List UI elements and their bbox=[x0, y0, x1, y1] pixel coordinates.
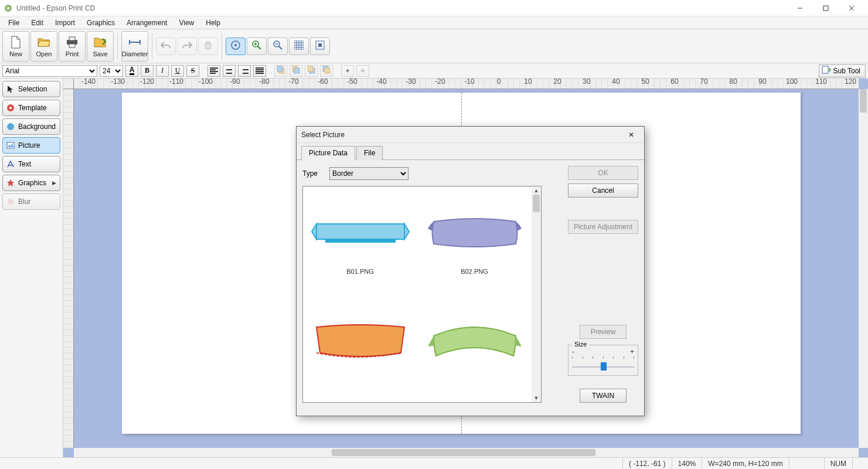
svg-point-37 bbox=[8, 199, 13, 205]
send-back-button[interactable] bbox=[320, 65, 333, 77]
menu-edit[interactable]: Edit bbox=[26, 18, 48, 28]
grid-button[interactable] bbox=[289, 38, 309, 55]
align-right-icon bbox=[240, 67, 249, 74]
ruler-corner bbox=[63, 79, 74, 89]
status-dimensions: W=240 mm, H=120 mm bbox=[702, 458, 788, 469]
vertical-scrollbar[interactable] bbox=[859, 89, 868, 448]
undo-button[interactable] bbox=[156, 38, 176, 55]
maximize-button[interactable] bbox=[813, 0, 839, 16]
tab-picture-data[interactable]: Picture Data bbox=[301, 146, 355, 160]
background-icon bbox=[6, 123, 15, 131]
bring-forward-button[interactable] bbox=[290, 65, 302, 77]
tool-blur[interactable]: Blur bbox=[2, 193, 60, 210]
menu-bar: File Edit Import Graphics Arrangement Vi… bbox=[0, 16, 868, 29]
font-color-button[interactable]: A bbox=[125, 65, 138, 77]
tool-background[interactable]: Background bbox=[2, 118, 60, 135]
status-empty bbox=[4, 458, 622, 469]
horizontal-scrollbar[interactable] bbox=[74, 448, 859, 457]
app-icon bbox=[4, 4, 13, 13]
menu-graphics[interactable]: Graphics bbox=[82, 18, 120, 28]
delete-button[interactable] bbox=[198, 38, 218, 55]
thumbnail-item[interactable] bbox=[417, 304, 532, 397]
delete-icon bbox=[203, 40, 213, 52]
font-select[interactable]: Arial bbox=[2, 65, 97, 77]
diameter-button[interactable]: Diameter bbox=[121, 31, 148, 62]
thumbnail-item[interactable] bbox=[303, 304, 417, 397]
menu-view[interactable]: View bbox=[174, 18, 199, 28]
thumbnail-scrollbar[interactable]: ▲ ▼ bbox=[532, 186, 541, 402]
dialog-titlebar[interactable]: Select Picture ✕ bbox=[297, 127, 644, 143]
thumbnail-item[interactable]: B01.PNG bbox=[303, 186, 417, 304]
thumbnail-list: B01.PNG B02.PNG bbox=[302, 186, 542, 403]
tool-graphics[interactable]: Graphics▶ bbox=[2, 175, 60, 191]
thumbnail-caption: B01.PNG bbox=[346, 268, 373, 275]
scroll-up-icon: ▲ bbox=[532, 186, 541, 195]
menu-help[interactable]: Help bbox=[201, 18, 225, 28]
menu-import[interactable]: Import bbox=[50, 18, 80, 28]
font-size-select[interactable]: 24 bbox=[100, 65, 123, 77]
scroll-thumb[interactable] bbox=[533, 195, 540, 212]
center-h-button[interactable]: ✦ bbox=[341, 65, 354, 77]
type-select[interactable]: Border bbox=[329, 167, 409, 180]
strike-button[interactable]: S bbox=[186, 65, 199, 77]
size-slider[interactable] bbox=[572, 360, 634, 371]
bring-front-button[interactable] bbox=[274, 65, 287, 77]
align-center-icon bbox=[225, 67, 233, 74]
tool-selection[interactable]: Selection bbox=[2, 81, 60, 97]
picture-icon bbox=[6, 141, 15, 149]
grid-icon bbox=[294, 40, 304, 52]
save-button[interactable]: Save bbox=[87, 31, 114, 62]
picture-adjustment-button[interactable]: Picture Adjustment bbox=[568, 220, 638, 234]
svg-line-16 bbox=[258, 46, 261, 49]
zoom-in-button[interactable] bbox=[247, 38, 267, 55]
zoom-out-button[interactable] bbox=[268, 38, 288, 55]
center-v-button[interactable]: ✧ bbox=[356, 65, 369, 77]
subtool-button[interactable]: Sub Tool bbox=[819, 64, 866, 77]
minimize-button[interactable] bbox=[787, 0, 813, 16]
svg-point-14 bbox=[234, 44, 237, 46]
graphics-icon bbox=[6, 179, 15, 187]
bold-button[interactable]: B bbox=[141, 65, 154, 77]
menu-arrangement[interactable]: Arrangement bbox=[122, 18, 172, 28]
ok-button[interactable]: OK bbox=[568, 166, 638, 180]
tool-picture[interactable]: Picture bbox=[2, 137, 60, 154]
svg-rect-36 bbox=[7, 142, 14, 148]
open-button[interactable]: Open bbox=[30, 31, 57, 62]
redo-button[interactable] bbox=[177, 38, 197, 55]
print-button[interactable]: Print bbox=[59, 31, 86, 62]
preview-button[interactable]: Preview bbox=[580, 325, 627, 339]
zoom-fit-button[interactable] bbox=[226, 38, 246, 55]
printer-icon bbox=[65, 35, 79, 49]
svg-rect-32 bbox=[822, 66, 828, 73]
chevron-right-icon: ▶ bbox=[52, 180, 56, 186]
align-right-button[interactable] bbox=[238, 65, 251, 77]
svg-rect-27 bbox=[294, 68, 299, 73]
send-backward-button[interactable] bbox=[305, 65, 318, 77]
svg-rect-3 bbox=[823, 6, 828, 11]
tool-text[interactable]: Text bbox=[2, 156, 60, 172]
cancel-button[interactable]: Cancel bbox=[568, 183, 638, 198]
thumbnail-item[interactable]: B02.PNG bbox=[417, 186, 532, 304]
italic-button[interactable]: I bbox=[156, 65, 169, 77]
send-back-icon bbox=[322, 66, 331, 76]
tool-template[interactable]: Template bbox=[2, 100, 60, 116]
close-icon: ✕ bbox=[628, 131, 634, 139]
align-left-button[interactable] bbox=[207, 65, 220, 77]
snap-button[interactable] bbox=[310, 38, 330, 55]
twain-button[interactable]: TWAIN bbox=[580, 389, 627, 403]
send-backward-icon bbox=[307, 66, 315, 76]
new-button[interactable]: New bbox=[2, 31, 29, 62]
align-left-icon bbox=[210, 67, 218, 74]
tab-file[interactable]: File bbox=[356, 146, 383, 160]
slider-thumb[interactable] bbox=[601, 362, 607, 371]
close-button[interactable] bbox=[839, 0, 864, 16]
dialog-tabs: Picture Data File bbox=[301, 145, 644, 159]
underline-button[interactable]: U bbox=[171, 65, 184, 77]
dialog-close-button[interactable]: ✕ bbox=[623, 127, 639, 143]
undo-icon bbox=[161, 41, 171, 51]
align-justify-button[interactable] bbox=[253, 65, 266, 77]
zoom-fit-icon bbox=[230, 39, 241, 53]
toolbar-separator bbox=[117, 33, 118, 59]
menu-file[interactable]: File bbox=[4, 18, 24, 28]
align-center-button[interactable] bbox=[223, 65, 236, 77]
